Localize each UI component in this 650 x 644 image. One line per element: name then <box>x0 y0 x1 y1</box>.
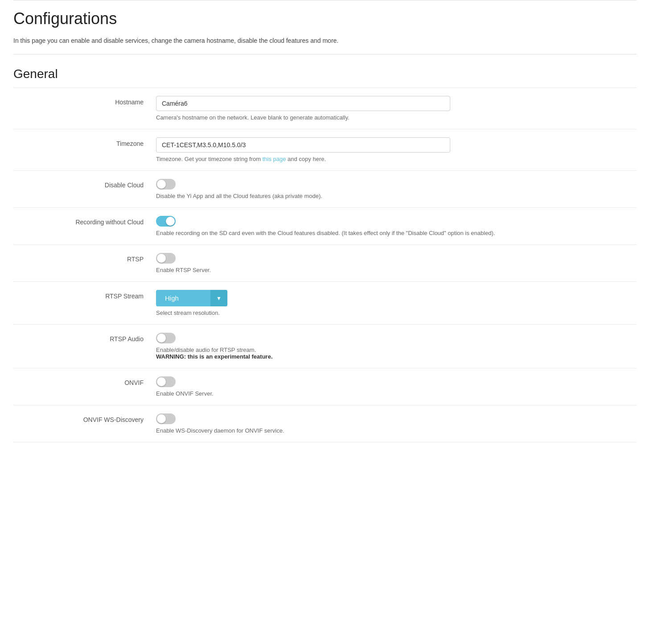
content-onvif: Enable ONVIF Server. <box>156 376 637 397</box>
hint-rtsp: Enable RTSP Server. <box>156 267 637 273</box>
label-onvif: ONVIF <box>13 376 156 386</box>
toggle-recording-without-cloud[interactable] <box>156 216 176 227</box>
slider-recording-without-cloud <box>156 216 176 227</box>
label-recording-without-cloud: Recording without Cloud <box>13 216 156 226</box>
section-title-general: General <box>13 62 637 87</box>
label-onvif-ws-discovery: ONVIF WS-Discovery <box>13 413 156 423</box>
toggle-rtsp-audio[interactable] <box>156 333 176 343</box>
slider-rtsp-audio <box>156 333 176 343</box>
label-rtsp-audio: RTSP Audio <box>13 333 156 343</box>
content-rtsp-audio: Enable/disable audio for RTSP stream. WA… <box>156 333 637 360</box>
row-rtsp-audio: RTSP Audio Enable/disable audio for RTSP… <box>13 325 637 368</box>
toggle-disable-cloud[interactable] <box>156 179 176 190</box>
slider-rtsp <box>156 253 176 264</box>
row-divider-9 <box>13 442 637 442</box>
content-timezone: Timezone. Get your timezone string from … <box>156 137 637 162</box>
content-recording-without-cloud: Enable recording on the SD card even wit… <box>156 216 637 236</box>
toggle-rtsp[interactable] <box>156 253 176 264</box>
row-rtsp-stream: RTSP Stream High Low ▼ Select stream res… <box>13 282 637 324</box>
label-timezone: Timezone <box>13 137 156 147</box>
row-onvif: ONVIF Enable ONVIF Server. <box>13 368 637 405</box>
row-timezone: Timezone Timezone. Get your timezone str… <box>13 129 637 170</box>
toggle-onvif-ws-discovery[interactable] <box>156 413 176 424</box>
rtsp-audio-warning: WARNING: this is an experimental feature… <box>156 353 273 360</box>
page-description: In this page you can enable and disable … <box>13 32 637 52</box>
hint-disable-cloud: Disable the Yi App and all the Cloud fea… <box>156 193 637 199</box>
input-timezone[interactable] <box>156 137 450 153</box>
row-rtsp: RTSP Enable RTSP Server. <box>13 245 637 281</box>
hint-hostname: Camera's hostname on the network. Leave … <box>156 114 637 121</box>
label-rtsp-stream: RTSP Stream <box>13 290 156 300</box>
hint-recording-without-cloud: Enable recording on the SD card even wit… <box>156 230 637 236</box>
general-divider-top <box>13 54 637 54</box>
input-hostname[interactable] <box>156 96 450 111</box>
hint-onvif-ws-discovery: Enable WS-Discovery daemon for ONVIF ser… <box>156 427 637 434</box>
row-onvif-ws-discovery: ONVIF WS-Discovery Enable WS-Discovery d… <box>13 405 637 442</box>
row-disable-cloud: Disable Cloud Disable the Yi App and all… <box>13 171 637 207</box>
label-hostname: Hostname <box>13 96 156 106</box>
label-disable-cloud: Disable Cloud <box>13 179 156 189</box>
row-recording-without-cloud: Recording without Cloud Enable recording… <box>13 208 637 244</box>
hint-onvif: Enable ONVIF Server. <box>156 390 637 397</box>
select-rtsp-stream[interactable]: High Low <box>156 290 227 306</box>
content-rtsp: Enable RTSP Server. <box>156 253 637 273</box>
slider-onvif <box>156 376 176 387</box>
timezone-link[interactable]: this page <box>263 156 286 162</box>
label-rtsp: RTSP <box>13 253 156 263</box>
hint-timezone: Timezone. Get your timezone string from … <box>156 156 637 162</box>
rtsp-select-wrapper: High Low ▼ <box>156 290 227 306</box>
content-rtsp-stream: High Low ▼ Select stream resolution. <box>156 290 637 316</box>
slider-disable-cloud <box>156 179 176 190</box>
top-divider <box>13 0 637 0</box>
row-hostname: Hostname Camera's hostname on the networ… <box>13 88 637 129</box>
content-onvif-ws-discovery: Enable WS-Discovery daemon for ONVIF ser… <box>156 413 637 434</box>
content-hostname: Camera's hostname on the network. Leave … <box>156 96 637 121</box>
hint-rtsp-stream: Select stream resolution. <box>156 310 637 316</box>
toggle-onvif[interactable] <box>156 376 176 387</box>
hint-rtsp-audio: Enable/disable audio for RTSP stream. WA… <box>156 347 637 360</box>
content-disable-cloud: Disable the Yi App and all the Cloud fea… <box>156 179 637 199</box>
page-title: Configurations <box>13 5 637 32</box>
slider-onvif-ws-discovery <box>156 413 176 424</box>
